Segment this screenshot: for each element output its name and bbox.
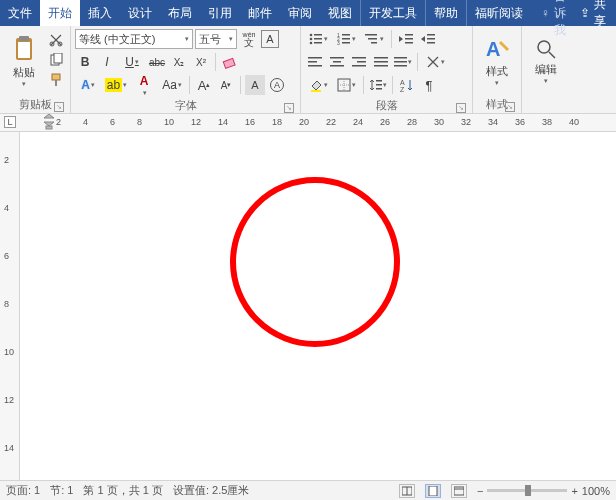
increase-indent-button[interactable] bbox=[418, 29, 438, 49]
highlight-button[interactable]: ab bbox=[103, 75, 129, 95]
bullets-button[interactable] bbox=[305, 29, 331, 49]
text-effects-button[interactable]: A bbox=[75, 75, 101, 95]
styles-button[interactable]: A 样式 ▾ bbox=[477, 28, 517, 94]
align-left-button[interactable] bbox=[305, 52, 325, 72]
view-read-button[interactable] bbox=[399, 484, 415, 498]
align-center-button[interactable] bbox=[327, 52, 347, 72]
zoom-in-button[interactable]: + bbox=[571, 485, 577, 497]
tab-references[interactable]: 引用 bbox=[200, 0, 240, 26]
status-bar: 页面: 1 节: 1 第 1 页，共 1 页 设置值: 2.5厘米 − + 10… bbox=[0, 480, 616, 500]
view-web-button[interactable] bbox=[451, 484, 467, 498]
underline-button[interactable]: U bbox=[119, 52, 145, 72]
dialog-launcher-icon[interactable]: ↘ bbox=[54, 102, 64, 112]
svg-point-12 bbox=[309, 38, 312, 41]
cut-button[interactable] bbox=[46, 30, 66, 50]
borders-button[interactable] bbox=[333, 75, 359, 95]
status-pages[interactable]: 第 1 页，共 1 页 bbox=[83, 483, 162, 498]
paste-button[interactable]: 粘贴 ▾ bbox=[4, 28, 44, 94]
tab-review[interactable]: 审阅 bbox=[280, 0, 320, 26]
strikethrough-button[interactable]: abc bbox=[147, 52, 167, 72]
view-print-button[interactable] bbox=[425, 484, 441, 498]
line-spacing-button[interactable] bbox=[368, 75, 388, 95]
numbering-button[interactable]: 123 bbox=[333, 29, 359, 49]
font-name-combo[interactable]: 等线 (中文正文)▾ bbox=[75, 29, 193, 49]
status-section[interactable]: 节: 1 bbox=[50, 483, 73, 498]
indent-marker-icon[interactable] bbox=[44, 114, 54, 130]
sort-button[interactable]: AZ bbox=[397, 75, 417, 95]
tab-home[interactable]: 开始 bbox=[40, 0, 80, 26]
numbering-icon: 123 bbox=[337, 33, 351, 45]
align-right-icon bbox=[352, 56, 366, 68]
enclose-char-button[interactable]: A bbox=[267, 75, 287, 95]
align-center-icon bbox=[330, 56, 344, 68]
decrease-indent-button[interactable] bbox=[396, 29, 416, 49]
tab-design[interactable]: 设计 bbox=[120, 0, 160, 26]
change-case-button[interactable]: Aa bbox=[159, 75, 185, 95]
svg-rect-26 bbox=[405, 38, 413, 40]
chevron-down-icon: ▾ bbox=[544, 77, 548, 85]
char-border-button[interactable]: A bbox=[261, 30, 279, 48]
status-setval[interactable]: 设置值: 2.5厘米 bbox=[173, 483, 249, 498]
svg-rect-38 bbox=[357, 61, 366, 63]
svg-rect-40 bbox=[374, 57, 388, 59]
subscript-button[interactable]: X₂ bbox=[169, 52, 189, 72]
editing-button[interactable]: 编辑 ▾ bbox=[526, 28, 566, 94]
svg-rect-21 bbox=[342, 42, 350, 44]
svg-rect-6 bbox=[54, 53, 62, 63]
grow-font-button[interactable]: A▴ bbox=[194, 75, 214, 95]
document-page[interactable] bbox=[20, 132, 616, 480]
group-paragraph: 123 AZ ¶ bbox=[301, 26, 473, 113]
tab-file[interactable]: 文件 bbox=[0, 0, 40, 26]
phonetic-guide-button[interactable]: wén文 bbox=[239, 29, 259, 49]
char-shading-button[interactable]: A bbox=[245, 75, 265, 95]
align-justify-button[interactable] bbox=[371, 52, 391, 72]
tab-foxit[interactable]: 福昕阅读 bbox=[466, 0, 531, 26]
asian-layout-icon bbox=[426, 55, 440, 69]
zoom-level[interactable]: 100% bbox=[582, 485, 610, 497]
italic-button[interactable]: I bbox=[97, 52, 117, 72]
ruler-mark: 16 bbox=[245, 117, 255, 127]
show-marks-button[interactable]: ¶ bbox=[419, 75, 439, 95]
sort-icon: AZ bbox=[400, 78, 414, 92]
zoom-thumb[interactable] bbox=[525, 485, 531, 496]
svg-rect-2 bbox=[18, 42, 30, 58]
font-color-button[interactable]: A bbox=[131, 75, 157, 95]
dialog-launcher-icon[interactable]: ↘ bbox=[456, 103, 466, 113]
status-page[interactable]: 页面: 1 bbox=[6, 483, 40, 498]
zoom-slider[interactable] bbox=[487, 489, 567, 492]
tab-selector[interactable]: L bbox=[4, 116, 16, 128]
svg-rect-25 bbox=[405, 34, 413, 36]
horizontal-ruler[interactable]: L 246810121416182022242628303234363840 bbox=[0, 114, 616, 132]
drawn-circle-shape[interactable] bbox=[230, 177, 400, 347]
shading-button[interactable] bbox=[305, 75, 331, 95]
indent-icon bbox=[421, 33, 435, 45]
align-right-button[interactable] bbox=[349, 52, 369, 72]
dialog-launcher-icon[interactable]: ↘ bbox=[284, 103, 294, 113]
tab-help[interactable]: 帮助 bbox=[425, 0, 466, 26]
bold-button[interactable]: B bbox=[75, 52, 95, 72]
asian-layout-button[interactable] bbox=[422, 52, 448, 72]
vertical-ruler[interactable]: 2468101214 bbox=[0, 132, 20, 480]
tab-developer[interactable]: 开发工具 bbox=[360, 0, 425, 26]
align-distributed-button[interactable] bbox=[393, 52, 413, 72]
svg-rect-9 bbox=[223, 58, 235, 68]
share-button[interactable]: ⇪ 共享 bbox=[580, 0, 606, 30]
clear-formatting-button[interactable] bbox=[220, 52, 240, 72]
multilevel-list-button[interactable] bbox=[361, 29, 387, 49]
tab-view[interactable]: 视图 bbox=[320, 0, 360, 26]
copy-button[interactable] bbox=[46, 50, 66, 70]
ruler-mark: 6 bbox=[110, 117, 115, 127]
font-size-combo[interactable]: 五号▾ bbox=[195, 29, 237, 49]
tab-mailings[interactable]: 邮件 bbox=[240, 0, 280, 26]
ruler-mark: 38 bbox=[542, 117, 552, 127]
ruler-mark: 2 bbox=[56, 117, 61, 127]
ruler-mark: 8 bbox=[4, 299, 9, 309]
zoom-out-button[interactable]: − bbox=[477, 485, 483, 497]
superscript-button[interactable]: X² bbox=[191, 52, 211, 72]
shrink-font-button[interactable]: A▾ bbox=[216, 75, 236, 95]
tab-layout[interactable]: 布局 bbox=[160, 0, 200, 26]
dialog-launcher-icon[interactable]: ↘ bbox=[505, 102, 515, 112]
format-painter-button[interactable] bbox=[46, 70, 66, 90]
tab-insert[interactable]: 插入 bbox=[80, 0, 120, 26]
svg-rect-19 bbox=[342, 38, 350, 40]
